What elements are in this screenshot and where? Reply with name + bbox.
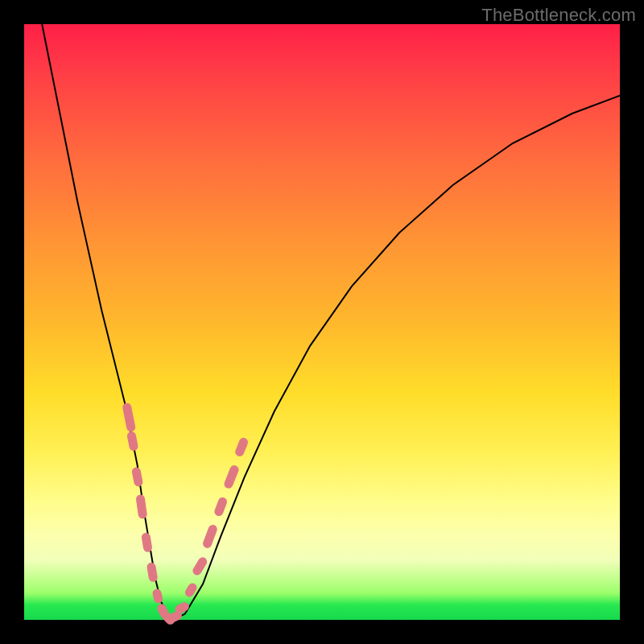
chart-svg bbox=[24, 24, 620, 620]
watermark-text: TheBottleneck.com bbox=[481, 5, 636, 26]
curve-marker bbox=[234, 436, 250, 457]
curve-marker bbox=[131, 467, 143, 488]
curve-marker bbox=[147, 562, 159, 582]
curve-marker bbox=[223, 464, 240, 489]
curve-marker bbox=[141, 532, 153, 552]
curve-marker bbox=[135, 494, 147, 519]
bottleneck-curve bbox=[42, 24, 620, 620]
plot-area bbox=[24, 24, 620, 620]
outer-frame: TheBottleneck.com bbox=[0, 0, 644, 644]
curve-marker bbox=[126, 431, 138, 452]
curve-marker bbox=[213, 496, 229, 517]
curve-marker bbox=[122, 402, 136, 432]
curve-marker bbox=[201, 523, 218, 549]
